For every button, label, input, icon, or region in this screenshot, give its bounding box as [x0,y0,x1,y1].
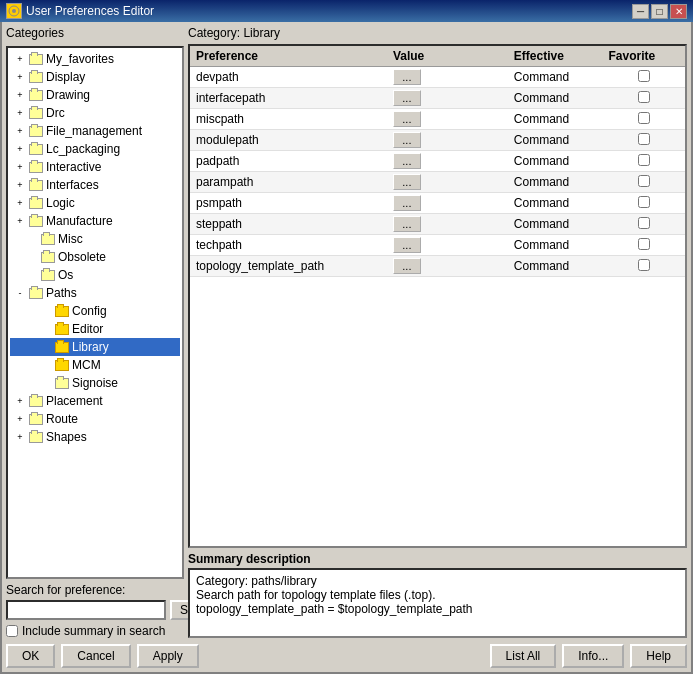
expander-paths[interactable]: - [12,285,28,301]
bottom-buttons: OK Cancel Apply List All Info... Help [6,644,687,668]
pref-name: interfacepath [190,88,387,109]
maximize-button[interactable]: □ [651,4,668,19]
pref-favorite [603,214,686,235]
tree-item-logic[interactable]: + Logic [10,194,180,212]
expander-route[interactable]: + [12,411,28,427]
table-row: modulepath...Command [190,130,685,151]
value-button[interactable]: ... [393,174,421,190]
expander-interactive[interactable]: + [12,159,28,175]
close-button[interactable]: ✕ [670,4,687,19]
favorite-checkbox[interactable] [638,154,650,166]
tree-label-lc-packaging: Lc_packaging [46,142,120,156]
pref-value: ... [387,151,448,172]
tree-item-drawing[interactable]: + Drawing [10,86,180,104]
expander-signoise[interactable] [38,375,54,391]
value-button[interactable]: ... [393,132,421,148]
expander-drc[interactable]: + [12,105,28,121]
tree-item-route[interactable]: + Route [10,410,180,428]
tree-item-placement[interactable]: + Placement [10,392,180,410]
value-button[interactable]: ... [393,237,421,253]
expander-manufacture[interactable]: + [12,213,28,229]
expander-obsolete[interactable] [24,249,40,265]
pref-value: ... [387,67,448,88]
list-all-button[interactable]: List All [490,644,557,668]
tree-item-library[interactable]: Library [10,338,180,356]
col-spacer [448,46,508,67]
value-button[interactable]: ... [393,69,421,85]
value-button[interactable]: ... [393,111,421,127]
expander-lc-packaging[interactable]: + [12,141,28,157]
tree-item-interactive[interactable]: + Interactive [10,158,180,176]
value-button[interactable]: ... [393,258,421,274]
favorite-checkbox[interactable] [638,112,650,124]
expander-logic[interactable]: + [12,195,28,211]
tree-item-lc-packaging[interactable]: + Lc_packaging [10,140,180,158]
expander-mcm[interactable] [38,357,54,373]
tree-item-editor[interactable]: Editor [10,320,180,338]
folder-icon-route [28,412,44,426]
favorite-checkbox[interactable] [638,70,650,82]
tree-item-my-favorites[interactable]: + My_favorites [10,50,180,68]
favorite-checkbox[interactable] [638,238,650,250]
tree-container[interactable]: + My_favorites + Display + Drawing + [6,46,184,579]
favorite-checkbox[interactable] [638,196,650,208]
include-summary-checkbox[interactable] [6,625,18,637]
tree-item-paths[interactable]: - Paths [10,284,180,302]
expander-os[interactable] [24,267,40,283]
summary-area: Summary description Category: paths/libr… [188,552,687,638]
expander-display[interactable]: + [12,69,28,85]
tree-item-obsolete[interactable]: Obsolete [10,248,180,266]
tree-item-display[interactable]: + Display [10,68,180,86]
expander-shapes[interactable]: + [12,429,28,445]
favorite-checkbox[interactable] [638,217,650,229]
expander-file-management[interactable]: + [12,123,28,139]
info-button[interactable]: Info... [562,644,624,668]
table-row: miscpath...Command [190,109,685,130]
value-button[interactable]: ... [393,216,421,232]
tree-item-shapes[interactable]: + Shapes [10,428,180,446]
tree-label-mcm: MCM [72,358,101,372]
summary-line-3: topology_template_path = $topology_templ… [196,602,679,616]
apply-button[interactable]: Apply [137,644,199,668]
expander-editor[interactable] [38,321,54,337]
title-bar-buttons: ─ □ ✕ [632,4,687,19]
pref-effective: Command [508,130,603,151]
header-row: Preference Value Effective Favorite [190,46,685,67]
ok-button[interactable]: OK [6,644,55,668]
expander-library[interactable] [38,339,54,355]
folder-icon-drc [28,106,44,120]
tree-item-manufacture[interactable]: + Manufacture [10,212,180,230]
tree-item-signoise[interactable]: Signoise [10,374,180,392]
expander-misc[interactable] [24,231,40,247]
tree-item-file-management[interactable]: + File_management [10,122,180,140]
expander-drawing[interactable]: + [12,87,28,103]
help-button[interactable]: Help [630,644,687,668]
tree-item-config[interactable]: Config [10,302,180,320]
summary-line-1: Category: paths/library [196,574,679,588]
folder-icon-mcm [54,358,70,372]
pref-name: psmpath [190,193,387,214]
value-button[interactable]: ... [393,195,421,211]
tree-item-drc[interactable]: + Drc [10,104,180,122]
expander-config[interactable] [38,303,54,319]
favorite-checkbox[interactable] [638,91,650,103]
expander-placement[interactable]: + [12,393,28,409]
tree-item-misc[interactable]: Misc [10,230,180,248]
minimize-button[interactable]: ─ [632,4,649,19]
pref-effective: Command [508,256,603,277]
table-row: techpath...Command [190,235,685,256]
favorite-checkbox[interactable] [638,175,650,187]
expander-my-favorites[interactable]: + [12,51,28,67]
tree-item-interfaces[interactable]: + Interfaces [10,176,180,194]
tree-item-mcm[interactable]: MCM [10,356,180,374]
value-button[interactable]: ... [393,153,421,169]
expander-interfaces[interactable]: + [12,177,28,193]
summary-line-2: Search path for topology template files … [196,588,679,602]
favorite-checkbox[interactable] [638,259,650,271]
search-input[interactable] [6,600,166,620]
favorite-checkbox[interactable] [638,133,650,145]
cancel-button[interactable]: Cancel [61,644,130,668]
tree-item-os[interactable]: Os [10,266,180,284]
value-button[interactable]: ... [393,90,421,106]
folder-icon-my-favorites [28,52,44,66]
